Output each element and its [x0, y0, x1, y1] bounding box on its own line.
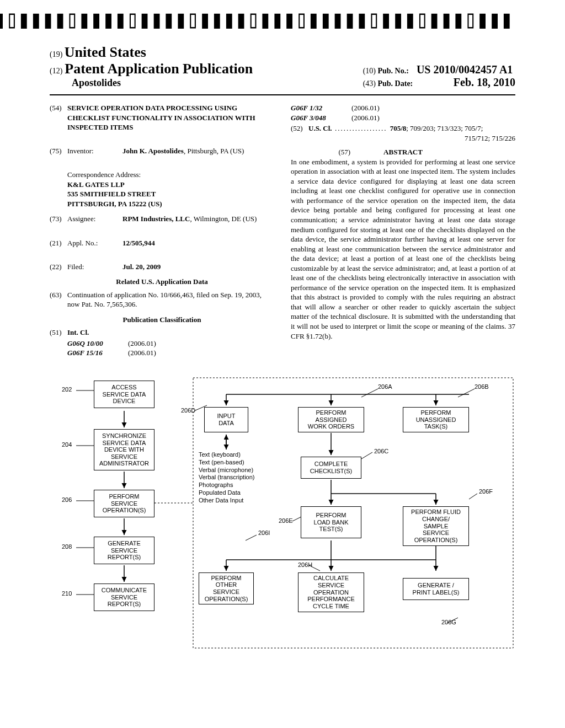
flow-box-206i: PERFORMOTHERSERVICEOPERATION(S): [199, 572, 254, 604]
flow-label-202: 202: [62, 386, 72, 393]
continuation-code: (63): [50, 290, 67, 309]
svg-line-32: [469, 494, 477, 499]
intcl-label: Int. Cl.: [67, 328, 274, 338]
flow-textlist: Text (keyboard)Text (pen-based)Verbal (m…: [199, 451, 270, 504]
flow-box-210: COMMUNICATESERVICEREPORT(S): [94, 584, 154, 611]
intcl-item-code: G06F 1/32: [291, 103, 351, 113]
inventor-code: (75): [50, 146, 67, 156]
uscl-label: U.S. Cl.: [308, 124, 332, 132]
flow-label-206e: 206E: [279, 517, 293, 524]
svg-line-35: [246, 535, 257, 540]
uscl-dots: ..................: [332, 124, 390, 132]
appl-no: 12/505,944: [122, 238, 274, 248]
uscl-extra: 715/712; 715/226: [308, 133, 515, 143]
abstract-code: (57): [338, 147, 350, 157]
author-name: Apostolides: [72, 77, 253, 89]
flow-label-206h: 206H: [298, 561, 312, 568]
correspondence-line1: K&L GATES LLP: [67, 180, 274, 190]
correspondence-label: Correspondence Address:: [67, 170, 274, 180]
inventor-name: John K. Apostolides: [122, 147, 184, 155]
flow-label-210: 210: [62, 590, 72, 597]
continuation-text: Continuation of application No. 10/666,4…: [67, 290, 274, 309]
intcl-item-ver: (2006.01): [351, 113, 380, 123]
intcl-item-code: G06F 3/048: [291, 113, 351, 123]
flow-label-208: 208: [62, 543, 72, 550]
flow-label-206b: 206B: [475, 383, 489, 390]
intcl-item-ver: (2006.01): [128, 348, 156, 358]
appl-label: Appl. No.:: [67, 238, 122, 248]
uscl-main: 705/8: [390, 124, 407, 132]
title-code: (54): [50, 103, 67, 132]
appl-code: (21): [50, 238, 67, 248]
flow-box-206a: PERFORMASSIGNEDWORK ORDERS: [298, 407, 364, 432]
country-code: (19): [50, 50, 62, 58]
pub-date-value: Feb. 18, 2010: [454, 76, 515, 88]
correspondence-line3: PITTSBURGH, PA 15222 (US): [67, 199, 274, 209]
pub-no-code: (10): [363, 67, 376, 75]
assignee-name: RPM Industries, LLC: [122, 215, 190, 223]
flow-box-206b: PERFORMUNASSIGNEDTASK(S): [403, 407, 469, 432]
intcl-item-ver: (2006.01): [128, 339, 156, 349]
correspondence-line2: 535 SMITHFIELD STREET: [67, 189, 274, 199]
pub-date-label: Pub. Date:: [378, 79, 413, 88]
inventor-location: , Pittsburgh, PA (US): [184, 147, 244, 155]
barcode-graphic: ▮▯▮▮▮▯▮▮▮▮▮▮▯▮▮▯▮▮▮▮▯▮▮▮▮▯▮▮▮▮▯▮▮▮▮▯▮▮▮▯…: [0, 9, 513, 28]
pub-no-value: US 2010/0042457 A1: [417, 63, 513, 76]
intcl-item-code: G06F 15/16: [67, 348, 128, 358]
assignee-code: (73): [50, 214, 67, 224]
flow-label-206a: 206A: [378, 383, 392, 390]
abstract-heading: ABSTRACT: [383, 147, 423, 157]
left-column: (54) SERVICE OPERATION DATA PROCESSING U…: [50, 103, 274, 358]
country-name: United States: [65, 44, 146, 60]
filed-label: Filed:: [67, 262, 122, 272]
intcl-item-code: G06Q 10/00: [67, 339, 128, 349]
pub-no-label: Pub. No.:: [378, 67, 409, 75]
pub-type: Patent Application Publication: [65, 61, 253, 77]
flow-label-206i: 206I: [258, 529, 270, 536]
filed-code: (22): [50, 262, 67, 272]
filed-date: Jul. 20, 2009: [122, 262, 274, 272]
flow-box-206c: COMPLETECHECKLIST(S): [301, 457, 361, 479]
flow-label-206f: 206F: [479, 488, 493, 495]
flow-label-206g: 206G: [441, 619, 456, 625]
divider: [50, 94, 515, 95]
flow-label-206c: 206C: [374, 448, 388, 454]
uscl-rest: ; 709/203; 713/323; 705/7;: [406, 124, 483, 132]
flowchart-diagram: ACCESSSERVICE DATADEVICE SYNCHRONIZESERV…: [50, 364, 515, 656]
flow-box-206: PERFORMSERVICEOPERATION(S): [94, 490, 154, 517]
svg-line-28: [458, 389, 475, 397]
flow-box-206e: PERFORMLOAD BANKTEST(S): [301, 506, 361, 538]
flow-box-206d: INPUTDATA: [204, 407, 248, 432]
flow-label-206: 206: [62, 496, 72, 503]
flow-box-206h: CALCULATESERVICEOPERATIONPERFORMANCECYCL…: [298, 572, 364, 612]
flow-box-208: GENERATESERVICEREPORT(S): [94, 537, 154, 564]
flow-box-206f: PERFORM FLUIDCHANGE/SAMPLESERVICEOPERATI…: [403, 506, 469, 546]
abstract-text: In one embodiment, a system is provided …: [291, 157, 515, 341]
classification-heading: Publication Classification: [50, 315, 274, 325]
patent-title: SERVICE OPERATION DATA PROCESSING USING …: [67, 103, 274, 132]
intcl-code: (51): [50, 328, 67, 338]
svg-line-27: [361, 389, 378, 397]
assignee-location: , Wilmington, DE (US): [190, 215, 257, 223]
flow-label-206d: 206D: [181, 407, 195, 414]
related-heading: Related U.S. Application Data: [50, 277, 274, 287]
main-columns: (54) SERVICE OPERATION DATA PROCESSING U…: [50, 103, 515, 358]
intcl-item-ver: (2006.01): [351, 103, 380, 113]
barcode-area: ▮▯▮▮▮▯▮▮▮▮▮▮▯▮▮▯▮▮▮▮▯▮▮▮▮▯▮▮▮▮▯▮▮▮▮▯▮▮▮▯…: [0, 11, 513, 39]
flow-box-202: ACCESSSERVICE DATADEVICE: [94, 381, 154, 408]
inventor-label: Inventor:: [67, 146, 122, 156]
pub-date-code: (43): [363, 79, 376, 88]
flow-box-206g: GENERATE /PRINT LABEL(S): [403, 578, 469, 600]
assignee-label: Assignee:: [67, 214, 122, 224]
right-column: G06F 1/32 (2006.01) G06F 3/048 (2006.01)…: [291, 103, 515, 358]
flow-label-204: 204: [62, 441, 72, 448]
pub-type-code: (12): [50, 67, 62, 75]
header: (19) United States (12) Patent Applicati…: [50, 44, 515, 89]
flow-box-204: SYNCHRONIZESERVICE DATADEVICE WITHSERVIC…: [94, 429, 154, 470]
uscl-code: (52): [291, 124, 308, 143]
